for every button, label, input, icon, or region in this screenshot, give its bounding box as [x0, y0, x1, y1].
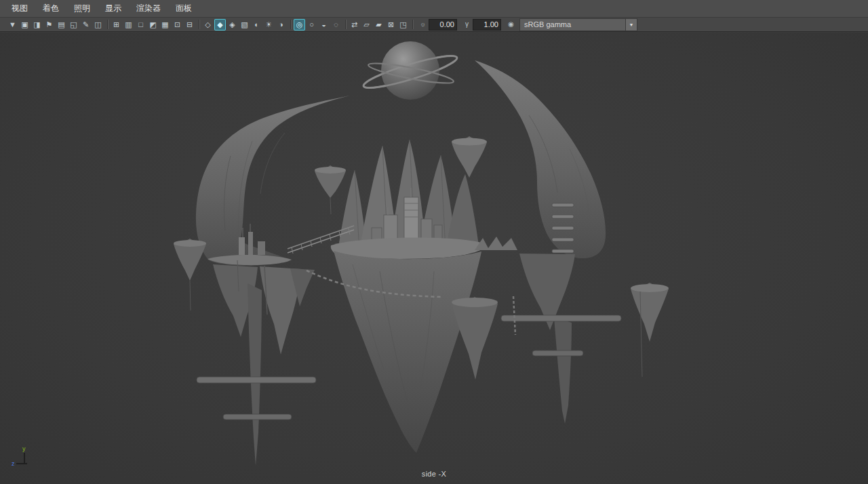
maya-panel: 视图着色照明显示渲染器面板 ▼▣◨⚑▤◱✎◫⊞▥□◩▦⊡⊟◇◆◈▧◐☀◑◎○◒◌… — [0, 0, 868, 484]
panel-toolbar: ▼▣◨⚑▤◱✎◫⊞▥□◩▦⊡⊟◇◆◈▧◐☀◑◎○◒◌⇄▱▰⊠◳ ☼ γ ◉ sR… — [0, 18, 868, 32]
image-plane-icon[interactable]: ▤ — [56, 19, 67, 31]
resolution-gate-icon[interactable]: □ — [135, 19, 146, 31]
menu-shading[interactable]: 着色 — [35, 0, 66, 17]
heads-up-display-icon[interactable]: ◳ — [397, 19, 409, 31]
colorspace-dropdown[interactable]: sRGB gamma ▼ — [519, 18, 637, 31]
two-d-pan-zoom-icon[interactable]: ◱ — [68, 19, 79, 31]
view-label: side -X — [0, 470, 868, 478]
snapshot-icon[interactable]: ◫ — [92, 19, 104, 31]
smooth-shade-icon[interactable]: ◆ — [214, 19, 226, 31]
menu-renderer[interactable]: 渲染器 — [129, 0, 168, 17]
wireframe-on-shaded-icon[interactable]: ◈ — [226, 19, 238, 31]
camera-attributes-icon[interactable]: ◨ — [31, 19, 43, 31]
axis-z-label: z — [12, 460, 15, 467]
ambient-occlusion-icon[interactable]: ◒ — [318, 19, 330, 31]
isolate-select-icon[interactable]: ◎ — [294, 19, 305, 31]
menu-lighting[interactable]: 照明 — [66, 0, 98, 17]
menu-view[interactable]: 视图 — [4, 0, 35, 17]
axis-indicator: y z — [11, 445, 38, 469]
lighting-icon[interactable]: ☀ — [263, 19, 275, 31]
floating-cone[interactable] — [631, 283, 669, 377]
left-island[interactable] — [196, 96, 350, 466]
select-camera-icon[interactable]: ▼ — [7, 19, 18, 31]
lock-camera-icon[interactable]: ▣ — [19, 19, 31, 31]
field-chart-icon[interactable]: ▦ — [159, 19, 171, 31]
copy-view-icon[interactable]: ▱ — [361, 19, 372, 31]
toolbar-separator — [412, 20, 413, 29]
viewport[interactable]: y z side -X — [0, 33, 868, 484]
safe-action-icon[interactable]: ⊡ — [172, 19, 183, 31]
film-gate-icon[interactable]: ▥ — [123, 19, 134, 31]
floating-cone[interactable] — [315, 165, 346, 214]
floating-cone[interactable] — [452, 136, 487, 178]
grid-icon[interactable]: ⊞ — [111, 19, 122, 31]
scene-3d — [0, 33, 868, 484]
shadows-icon[interactable]: ◑ — [275, 19, 287, 31]
floating-cone[interactable] — [174, 239, 206, 310]
view-transform-icon[interactable]: ◉ — [506, 20, 516, 30]
exposure-input[interactable] — [429, 19, 457, 31]
gamma-input[interactable] — [473, 19, 501, 31]
textured-icon[interactable]: ▧ — [239, 19, 250, 31]
toolbar-separator — [345, 20, 346, 29]
menu-panels[interactable]: 面板 — [168, 0, 199, 17]
panel-menubar: 视图着色照明显示渲染器面板 — [0, 0, 868, 18]
chain[interactable] — [513, 296, 515, 335]
greased-frames-icon[interactable]: ⊠ — [385, 19, 397, 31]
bookmark-icon[interactable]: ⚑ — [43, 19, 55, 31]
exposure-icon[interactable]: ☼ — [418, 20, 428, 30]
axis-y-label: y — [22, 445, 26, 452]
swap-buffers-icon[interactable]: ⇄ — [349, 19, 360, 31]
toolbar-separator — [107, 20, 108, 29]
motion-blur-icon[interactable]: ◌ — [330, 19, 342, 31]
gamma-icon[interactable]: γ — [462, 20, 472, 30]
toolbar-icon-groups: ▼▣◨⚑▤◱✎◫⊞▥□◩▦⊡⊟◇◆◈▧◐☀◑◎○◒◌⇄▱▰⊠◳ — [7, 19, 416, 31]
ringed-planet[interactable] — [361, 41, 459, 100]
colorspace-value: sRGB gamma — [520, 20, 625, 28]
chevron-down-icon[interactable]: ▼ — [625, 19, 637, 31]
toolbar-separator — [199, 20, 199, 29]
gate-mask-icon[interactable]: ◩ — [147, 19, 159, 31]
paste-view-icon[interactable]: ▰ — [373, 19, 384, 31]
toolbar-separator — [290, 20, 291, 29]
menu-show[interactable]: 显示 — [98, 0, 129, 17]
floating-cone[interactable] — [452, 297, 498, 380]
safe-title-icon[interactable]: ⊟ — [184, 19, 195, 31]
central-island[interactable] — [331, 140, 517, 453]
wireframe-icon[interactable]: ◇ — [202, 19, 214, 31]
xray-icon[interactable]: ○ — [306, 19, 317, 31]
use-default-material-icon[interactable]: ◐ — [251, 19, 262, 31]
grease-pencil-icon[interactable]: ✎ — [80, 19, 92, 31]
